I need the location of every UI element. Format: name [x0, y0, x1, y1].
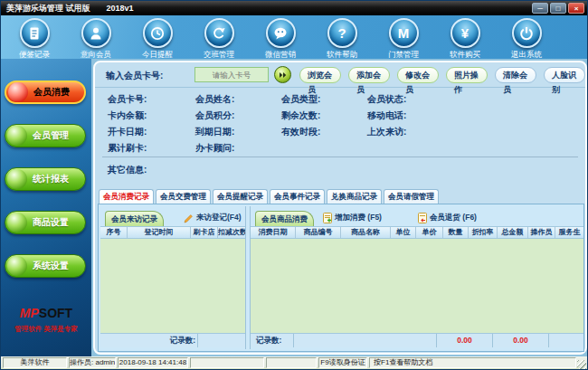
- consume-total-amount-2: 0.00: [493, 334, 549, 347]
- col-seq: 序号: [100, 227, 128, 238]
- col-waiter: 服务生: [555, 227, 583, 238]
- tab-exchange-goods-records[interactable]: 兑换商品记录: [327, 189, 382, 204]
- consume-total-amount: 0.00: [437, 334, 493, 347]
- col-goods-id: 商品编号: [296, 227, 341, 238]
- tab-event-records[interactable]: 会员事件记录: [270, 189, 325, 204]
- goods-consume-panel: 会员商品消费 增加消费 (F5) 会员退货 (F6) 消费日期 商品编号 商品名…: [250, 206, 583, 349]
- clock-icon: [143, 18, 173, 48]
- add-page-icon: [323, 213, 332, 223]
- field-member-type: 会员类型:: [281, 93, 367, 109]
- tab-leave-management[interactable]: 会员请假管理: [384, 189, 439, 204]
- status-bar: 美萍软件 操作员: admin 2018-09-18 14:41:48 F9读取…: [1, 356, 587, 370]
- toolbar-item-notes[interactable]: 便签记录: [4, 15, 65, 59]
- status-read-id-hint: F9读取身份证: [318, 357, 367, 368]
- visit-records-panel: 会员来访记录 来访登记(F4) 序号 登记时间 刷卡店 扣减次数 记录数:: [100, 206, 246, 349]
- power-icon: [512, 18, 542, 48]
- status-datetime: 2018-09-18 14:41:48: [118, 357, 188, 368]
- content-panel: 输入会员卡号: 浏览会员 添加会员 修改会员 照片操作 清除会员 人脸识别 会员…: [93, 61, 587, 355]
- toolbar-item-exit-system[interactable]: 退出系统: [496, 15, 557, 59]
- toolbar-item-today-reminders[interactable]: 今日提醒: [127, 15, 188, 59]
- visit-register-button[interactable]: 来访登记(F4): [184, 213, 242, 223]
- window-title: 美萍游乐场管理 试用版: [6, 4, 90, 13]
- mpsoft-logo: MPSOFT 管理软件 美萍是专家: [1, 305, 91, 334]
- add-member-button[interactable]: 添加会员: [348, 67, 390, 83]
- minimize-button[interactable]: ─: [532, 3, 548, 14]
- col-goods-name: 商品名称: [341, 227, 391, 238]
- pill-ball-icon: [7, 169, 27, 189]
- visit-table-header: 序号 登记时间 刷卡店 扣减次数: [100, 226, 245, 239]
- face-recognition-button[interactable]: 人脸识别: [544, 67, 585, 83]
- toolbar-item-software-help[interactable]: ? 软件帮助: [311, 15, 373, 59]
- member-action-buttons: 浏览会员 添加会员 修改会员 照片操作 清除会员 人脸识别: [299, 67, 585, 83]
- window-controls: ─ □ ×: [532, 3, 584, 14]
- pill-ball-icon: [7, 126, 27, 146]
- window-version: 2018v1: [107, 4, 134, 13]
- record-tabs: 会员消费记录 会员交费管理 会员提醒记录 会员事件记录 兑换商品记录 会员请假管…: [99, 189, 439, 204]
- field-member-name: 会员姓名:: [195, 93, 281, 109]
- tab-payment-management[interactable]: 会员交费管理: [156, 189, 211, 204]
- photo-operation-button[interactable]: 照片操作: [446, 67, 488, 83]
- pill-ball-icon: [7, 213, 27, 232]
- sidebar-item-statistics-report[interactable]: 统计报表: [5, 167, 86, 191]
- card-input-bar: 输入会员卡号: 浏览会员 添加会员 修改会员 照片操作 清除会员 人脸识别: [95, 62, 585, 88]
- field-remaining-times: 剩余次数:: [281, 109, 367, 126]
- consume-table-footer: 记录数: 0.00 0.00: [251, 334, 583, 347]
- close-button[interactable]: ×: [568, 3, 584, 14]
- logo-mp: MP: [20, 306, 39, 320]
- card-number-input[interactable]: [194, 67, 269, 82]
- field-mobile-phone: 移动电话:: [367, 109, 580, 126]
- sidebar-item-label: 统计报表: [33, 174, 69, 184]
- sidebar-item-member-consume[interactable]: 会员消费: [5, 81, 86, 104]
- pill-ball-icon: [8, 82, 28, 102]
- card-number-label: 输入会员卡号:: [106, 70, 163, 82]
- status-empty-2: [266, 357, 317, 368]
- consume-table-body[interactable]: [251, 239, 583, 334]
- purchase-yuan-icon: ¥: [450, 18, 480, 48]
- shift-refresh-icon: [204, 18, 234, 48]
- field-member-status: 会员状态:: [367, 93, 580, 109]
- other-info-label: 其它信息:: [108, 164, 147, 176]
- toolbar-item-door-access[interactable]: M 门禁管理: [373, 15, 434, 59]
- field-card-balance: 卡内余额:: [108, 109, 195, 126]
- member-icon: [81, 18, 111, 48]
- tab-consume-records[interactable]: 会员消费记录: [99, 189, 154, 204]
- sidebar: 会员消费 会员管理 统计报表 商品设置 系统设置 MPSOFT 管理软件 美萍是…: [1, 59, 91, 356]
- sidebar-item-system-settings[interactable]: 系统设置: [5, 254, 86, 278]
- sidebar-item-member-manage[interactable]: 会员管理: [5, 124, 86, 147]
- app-window: 美萍游乐场管理 试用版2018v1 ─ □ × 便签记录 意向会员 今日提醒: [0, 0, 588, 370]
- add-consume-button[interactable]: 增加消费 (F5): [323, 213, 382, 223]
- clear-member-button[interactable]: 清除会员: [495, 67, 536, 83]
- status-help-hint: 按F1查看帮助文档: [369, 357, 576, 368]
- title-bar: 美萍游乐场管理 试用版2018v1 ─ □ ×: [1, 1, 587, 15]
- col-discount-rate: 折扣率: [469, 227, 498, 238]
- field-valid-period: 有效时段:: [281, 126, 367, 142]
- col-quantity: 数量: [443, 227, 469, 238]
- field-member-points: 会员积分:: [195, 109, 281, 126]
- browse-member-button[interactable]: 浏览会员: [299, 67, 341, 83]
- pill-ball-icon: [7, 256, 27, 276]
- sidebar-item-goods-settings[interactable]: 商品设置: [5, 211, 86, 234]
- member-return-button[interactable]: 会员退货 (F6): [418, 213, 477, 223]
- help-glyph: ?: [337, 26, 346, 40]
- modify-member-button[interactable]: 修改会员: [397, 67, 439, 83]
- toolbar-item-wechat-marketing[interactable]: 微信营销: [250, 15, 311, 59]
- col-operator: 操作员: [528, 227, 555, 238]
- member-info-grid: 会员卡号: 会员姓名: 会员类型: 会员状态: 卡内余额: 会员积分: 剩余次数…: [108, 93, 580, 158]
- consume-record-count-label: 记录数:: [251, 334, 294, 347]
- visit-table-footer: 记录数:: [100, 334, 245, 347]
- resize-grip[interactable]: [577, 360, 586, 369]
- visit-table-body[interactable]: [100, 239, 245, 334]
- toolbar-item-software-purchase[interactable]: ¥ 软件购买: [434, 15, 496, 59]
- card-search-button[interactable]: [274, 66, 291, 83]
- field-last-visit: 上次来访:: [367, 126, 580, 142]
- status-operator: 操作员: admin: [69, 357, 116, 368]
- field-open-date: 开卡日期:: [108, 126, 195, 142]
- visit-records-tab[interactable]: 会员来访记录: [105, 211, 164, 226]
- toolbar-item-prospect-members[interactable]: 意向会员: [65, 15, 127, 59]
- toolbar-item-shift-management[interactable]: 交班管理: [188, 15, 250, 59]
- main-toolbar: 便签记录 意向会员 今日提醒 交班管理 微信营销: [1, 15, 587, 59]
- goods-consume-tab[interactable]: 会员商品消费: [255, 211, 314, 226]
- consume-table-header: 消费日期 商品编号 商品名称 单位 单价 数量 折扣率 总金额 操作员 服务生: [251, 226, 583, 239]
- maximize-button[interactable]: □: [550, 3, 566, 14]
- tab-reminder-records[interactable]: 会员提醒记录: [213, 189, 268, 204]
